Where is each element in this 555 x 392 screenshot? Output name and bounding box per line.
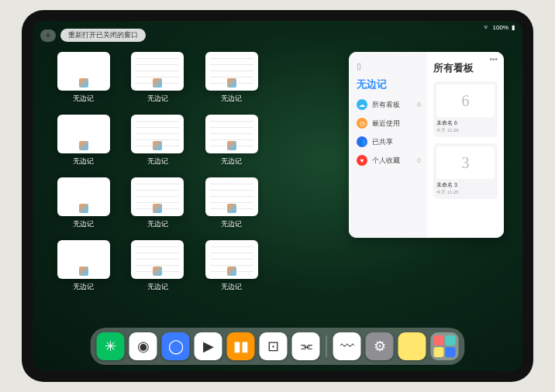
window-thumbnail[interactable]: 无边记 xyxy=(51,240,116,292)
dock-dice-icon[interactable]: ⊡ xyxy=(260,332,288,360)
dock-folder[interactable] xyxy=(431,332,459,360)
freeform-app-icon xyxy=(226,140,237,151)
board-date: 今天 11:25 xyxy=(436,189,495,196)
dock-freeform-icon[interactable]: 〰 xyxy=(333,332,361,360)
board-name: 未命名 3 xyxy=(436,181,495,189)
dock-quark-icon[interactable]: ◯ xyxy=(162,332,190,360)
freeform-app-icon xyxy=(152,77,163,88)
window-thumbnail[interactable]: 无边记 xyxy=(126,115,191,167)
window-thumbnail[interactable]: 无边记 xyxy=(51,115,116,167)
window-thumbnail[interactable]: 无边记 xyxy=(199,177,264,229)
sidebar-item-icon: ♥ xyxy=(357,155,367,166)
window-thumbnail[interactable]: 无边记 xyxy=(199,240,264,292)
ellipsis-icon[interactable]: ••• xyxy=(489,55,498,64)
thumbnail-card xyxy=(205,115,258,153)
ipad-screen: ᯤ 100% ▮ + 重新打开已关闭的窗口 无边记 无边记 无边记 无边记 无边… xyxy=(33,21,522,371)
board-name: 未命名 6 xyxy=(436,119,495,127)
dock-connect-icon[interactable]: ⫘ xyxy=(292,332,320,360)
sidebar-item[interactable]: ♥ 个人收藏 0 xyxy=(357,155,421,166)
freeform-app-icon xyxy=(226,266,237,277)
thumbnail-card xyxy=(57,177,110,216)
sidebar-icon: ▯ xyxy=(357,61,421,71)
thumbnail-label: 无边记 xyxy=(147,94,168,104)
sidebar-item-label: 所有看板 xyxy=(372,100,400,110)
thumbnail-label: 无边记 xyxy=(147,282,168,292)
sidebar-item[interactable]: 👥 已共享 xyxy=(357,136,421,147)
thumbnail-card xyxy=(57,115,110,153)
window-thumbnail[interactable]: 无边记 xyxy=(51,177,116,229)
thumbnail-label: 无边记 xyxy=(147,219,168,229)
thumbnail-card xyxy=(131,115,184,153)
sidebar-item[interactable]: ☁ 所有看板 8 xyxy=(357,99,421,110)
dock-settings-icon[interactable]: ⚙ xyxy=(366,332,394,360)
sidebar-item-count: 8 xyxy=(417,101,421,108)
reopen-closed-window-button[interactable]: 重新打开已关闭的窗口 xyxy=(60,29,146,42)
battery-text: 100% xyxy=(493,24,508,31)
sidebar-item-label: 已共享 xyxy=(372,137,393,147)
window-thumbnail-grid: 无边记 无边记 无边记 无边记 无边记 无边记 无边记 无边记 xyxy=(51,52,338,325)
window-thumbnail[interactable]: 无边记 xyxy=(199,52,264,104)
panel-sidebar: ▯ 无边记 ☁ 所有看板 8 ◷ 最近使用 👥 已共享 ♥ 个人收藏 0 xyxy=(349,52,427,238)
board-date: 今天 11:26 xyxy=(436,127,495,134)
freeform-app-icon xyxy=(226,77,237,88)
board-card[interactable]: 3 未命名 3 今天 11:25 xyxy=(433,143,498,199)
freeform-app-icon xyxy=(226,203,237,214)
window-thumbnail[interactable]: 无边记 xyxy=(51,52,116,104)
thumbnail-label: 无边记 xyxy=(221,219,242,229)
board-preview: 3 xyxy=(436,146,495,179)
thumbnail-card xyxy=(131,52,184,91)
app-preview-panel[interactable]: ••• ▯ 无边记 ☁ 所有看板 8 ◷ 最近使用 👥 已共享 ♥ 个人收藏 0… xyxy=(349,52,504,238)
board-card[interactable]: 6 未命名 6 今天 11:26 xyxy=(433,81,498,137)
multitask-area: 无边记 无边记 无边记 无边记 无边记 无边记 无边记 无边记 xyxy=(51,52,504,325)
freeform-app-icon xyxy=(78,266,89,277)
window-thumbnail[interactable]: 无边记 xyxy=(126,52,191,104)
sidebar-item-icon: ◷ xyxy=(357,118,367,129)
sidebar-item-icon: 👥 xyxy=(357,136,367,147)
thumbnail-label: 无边记 xyxy=(147,156,168,167)
add-window-button[interactable]: + xyxy=(40,29,56,42)
sidebar-item-icon: ☁ xyxy=(357,99,367,110)
battery-icon: ▮ xyxy=(512,24,515,31)
thumbnail-label: 无边记 xyxy=(221,94,242,104)
top-bar: + 重新打开已关闭的窗口 xyxy=(40,29,146,42)
thumbnail-card xyxy=(205,177,258,216)
freeform-app-icon xyxy=(152,266,163,277)
thumbnail-label: 无边记 xyxy=(221,156,242,167)
board-preview: 6 xyxy=(436,84,495,117)
panel-content-title: 所有看板 xyxy=(433,61,498,75)
thumbnail-card xyxy=(205,52,258,91)
thumbnail-label: 无边记 xyxy=(73,282,94,292)
dock-wechat-icon[interactable]: ✳ xyxy=(97,332,125,360)
dock-books-icon[interactable]: ▮▮ xyxy=(227,332,255,360)
thumbnail-label: 无边记 xyxy=(221,282,242,292)
freeform-app-icon xyxy=(152,203,163,214)
ipad-frame: ᯤ 100% ▮ + 重新打开已关闭的窗口 无边记 无边记 无边记 无边记 无边… xyxy=(22,10,533,382)
thumbnail-label: 无边记 xyxy=(73,219,94,229)
sidebar-item-count: 0 xyxy=(417,156,421,164)
dock-separator xyxy=(326,335,327,357)
panel-app-title: 无边记 xyxy=(357,77,421,91)
panel-content: 所有看板 6 未命名 6 今天 11:26 3 未命名 3 今天 11:25 xyxy=(427,52,504,238)
dock-notes-icon[interactable] xyxy=(398,332,426,360)
thumbnail-card xyxy=(131,240,184,279)
thumbnail-card xyxy=(205,240,258,279)
freeform-app-icon xyxy=(152,140,163,151)
sidebar-item[interactable]: ◷ 最近使用 xyxy=(357,118,421,129)
thumbnail-card xyxy=(57,52,110,91)
thumbnail-label: 无边记 xyxy=(73,156,94,167)
window-thumbnail[interactable]: 无边记 xyxy=(126,240,191,292)
window-thumbnail[interactable]: 无边记 xyxy=(126,177,191,229)
window-thumbnail[interactable]: 无边记 xyxy=(199,115,264,167)
sidebar-item-label: 个人收藏 xyxy=(372,156,400,166)
sidebar-item-label: 最近使用 xyxy=(372,119,400,129)
wifi-icon: ᯤ xyxy=(484,24,490,31)
thumbnail-card xyxy=(57,240,110,279)
freeform-app-icon xyxy=(78,203,89,214)
freeform-app-icon xyxy=(78,140,89,151)
freeform-app-icon xyxy=(78,77,89,88)
dock-quark-blue-icon[interactable]: ◉ xyxy=(129,332,157,360)
thumbnail-label: 无边记 xyxy=(73,94,94,104)
thumbnail-card xyxy=(131,177,184,216)
dock-play-icon[interactable]: ▶ xyxy=(195,332,222,360)
status-bar: ᯤ 100% ▮ xyxy=(484,24,515,31)
